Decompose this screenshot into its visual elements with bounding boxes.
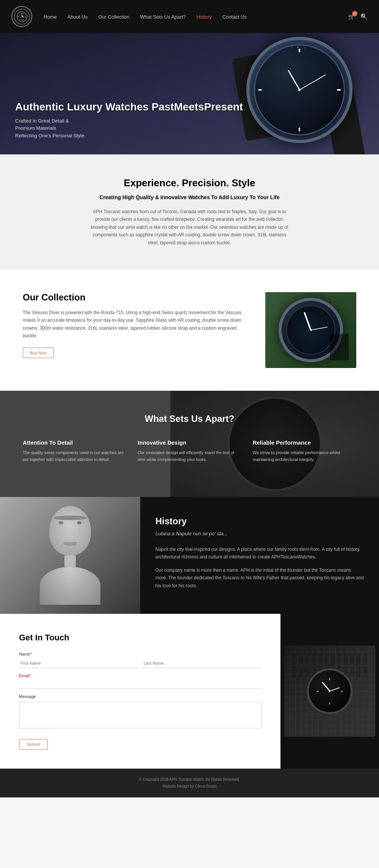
history-para1: Napoli the city that inspired our design… [155, 546, 364, 561]
nav-icons: 🛒 0 🔍 [348, 13, 368, 20]
nav-history[interactable]: History [196, 14, 211, 20]
contact-image [280, 614, 379, 769]
message-label: Message [19, 694, 262, 699]
apart-feature-design: Innovative Design Our innovative design … [138, 439, 241, 463]
first-name-input[interactable] [19, 659, 138, 668]
logo[interactable] [11, 6, 32, 27]
navbar: Home About Us Our Collection What Sets U… [0, 0, 379, 33]
message-input[interactable] [19, 702, 262, 728]
apart-feature-detail: Attention To Detail The quality swiss co… [23, 439, 126, 463]
apart-features: Attention To Detail The quality swiss co… [23, 439, 356, 463]
hero-subtitle: Crafted in Great Detail & Premium Materi… [15, 117, 243, 140]
apart-feature-design-body: Our innovative design will efficiently s… [138, 450, 241, 463]
footer-copyright: © Copyright 2018 APH Toscano Watch. All … [8, 776, 371, 783]
history-text: History Lutana a Napule nun se po' sta..… [140, 497, 379, 614]
history-heading: History [155, 516, 364, 527]
buy-now-button[interactable]: Buy Now [23, 348, 54, 358]
submit-button[interactable]: Submit [19, 739, 48, 750]
apart-feature-detail-title: Attention To Detail [23, 439, 126, 446]
contact-form-area: Get In Touch Name* Email* Message Submit [0, 614, 280, 769]
footer-design: Website Design by Citrus Studio [8, 783, 371, 790]
logo-icon [16, 11, 28, 22]
keyboard-watch-graphic [284, 646, 375, 737]
collection-heading: Our Collection [23, 292, 250, 303]
contact-section: Get In Touch Name* Email* Message Submit [0, 614, 379, 769]
experience-heading: Experience. Precision. Style [30, 177, 349, 189]
footer: © Copyright 2018 APH Toscano Watch. All … [0, 769, 379, 797]
apart-feature-performance: Reliable Performance We strive to provid… [253, 439, 356, 463]
nav-home[interactable]: Home [44, 14, 57, 20]
nav-apart[interactable]: What Sets Us Apart? [140, 14, 186, 20]
apart-feature-design-title: Innovative Design [138, 439, 241, 446]
nav-collection[interactable]: Our Collection [98, 14, 129, 20]
experience-section: Experience. Precision. Style Creating Hi… [0, 154, 379, 269]
apart-feature-performance-body: We strive to provide reliable performanc… [253, 450, 356, 463]
logo-inner [14, 9, 30, 25]
hero-title: Authentic Luxury Watches PastMeetsPresen… [15, 101, 243, 113]
contact-heading: Get In Touch [19, 633, 262, 643]
cart-icon[interactable]: 🛒 0 [348, 13, 355, 20]
nav-about[interactable]: About Us [67, 14, 88, 20]
message-group: Message [19, 694, 262, 728]
collection-text: Our Collection The Vesuvio Diver is powe… [23, 292, 250, 358]
history-section: History Lutana a Napule nun se po' sta..… [0, 497, 379, 614]
search-icon[interactable]: 🔍 [360, 13, 368, 20]
nav-links: Home About Us Our Collection What Sets U… [44, 13, 348, 20]
email-group: Email* [19, 673, 262, 689]
collection-body: The Vesuvio Diver is powered with the Ro… [23, 309, 250, 340]
hero-content: Authentic Luxury Watches PastMeetsPresen… [0, 101, 258, 154]
apart-section: What Sets Us Apart? Attention To Detail … [0, 391, 379, 497]
email-label: Email* [19, 673, 262, 678]
history-image [0, 497, 140, 614]
cart-badge: 0 [352, 11, 357, 16]
history-subtitle: Lutana a Napule nun se po' sta... [155, 530, 364, 538]
experience-subheading: Creating High Quality & Innovative Watch… [30, 194, 349, 200]
email-input[interactable] [19, 679, 262, 689]
name-label: Name* [19, 652, 262, 656]
watch-on-keyboard [307, 668, 352, 714]
apart-heading: What Sets Us Apart? [23, 414, 356, 424]
apart-feature-performance-title: Reliable Performance [253, 439, 356, 446]
collection-section: Our Collection The Vesuvio Diver is powe… [0, 269, 379, 391]
experience-body: APH Toscano watches born out of Toronto,… [87, 208, 292, 247]
hero-section: Authentic Luxury Watches PastMeetsPresen… [0, 33, 379, 154]
nav-contact[interactable]: Contact Us [222, 14, 247, 20]
last-name-input[interactable] [142, 659, 262, 668]
history-para2: Our company name is more then a name. AP… [155, 566, 364, 590]
apart-feature-detail-body: The quality swiss components used in our… [23, 450, 126, 463]
collection-image [265, 292, 356, 368]
apart-content: What Sets Us Apart? Attention To Detail … [23, 414, 356, 463]
